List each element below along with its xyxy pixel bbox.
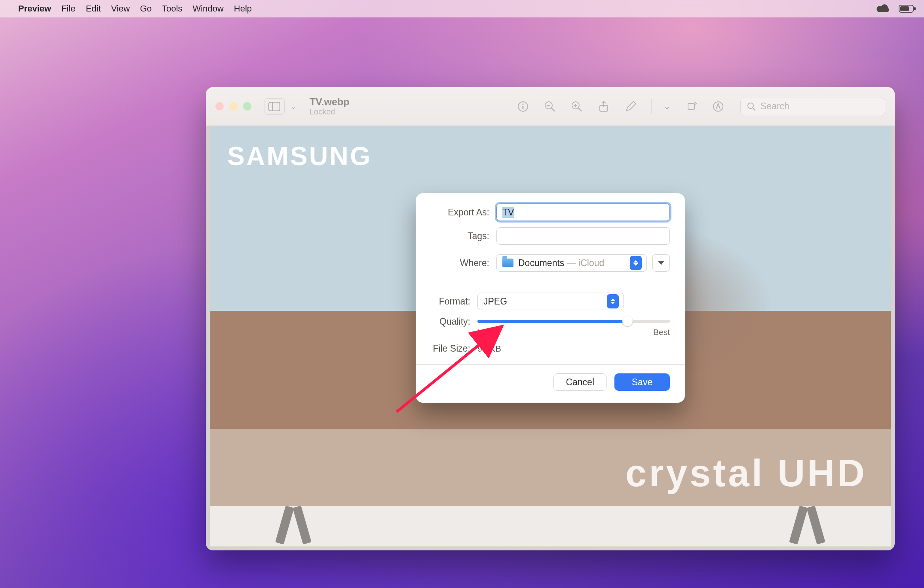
svg-point-6 — [522, 103, 524, 105]
format-label: Format: — [431, 296, 470, 307]
chevron-down-icon[interactable]: ⌄ — [290, 102, 296, 111]
tags-input[interactable] — [496, 227, 670, 245]
svg-rect-2 — [914, 7, 916, 10]
export-sheet: Export As: Tags: Where: Documents — iClo… — [416, 193, 685, 403]
image-brand-text: SAMSUNG — [227, 141, 372, 171]
window-title-block: TV.webp Locked — [310, 96, 350, 117]
svg-line-12 — [578, 108, 582, 111]
search-icon — [747, 102, 756, 111]
filesize-label: File Size: — [431, 343, 470, 354]
search-placeholder: Search — [760, 101, 789, 112]
format-select[interactable]: JPEG — [477, 293, 624, 310]
svg-line-20 — [753, 108, 755, 110]
tv-leg-left — [276, 506, 310, 544]
toolbar-icons: ⌄ — [517, 99, 724, 114]
export-as-label: Export As: — [431, 207, 489, 218]
battery-status-icon[interactable] — [899, 4, 916, 13]
tv-leg-right — [790, 506, 824, 544]
minimize-button[interactable] — [229, 102, 238, 110]
menu-file[interactable]: File — [61, 4, 75, 14]
zoom-out-icon[interactable] — [544, 100, 556, 113]
svg-point-19 — [748, 103, 753, 108]
menu-tools[interactable]: Tools — [162, 4, 182, 14]
menu-help[interactable]: Help — [234, 4, 252, 14]
markup-icon[interactable] — [624, 100, 637, 113]
cancel-button[interactable]: Cancel — [553, 373, 606, 391]
select-stepper-icon — [607, 294, 619, 308]
slider-thumb[interactable] — [622, 316, 633, 326]
search-field[interactable]: Search — [740, 97, 885, 116]
highlight-icon[interactable] — [712, 100, 724, 113]
info-icon[interactable] — [517, 100, 529, 113]
quality-slider[interactable] — [477, 316, 670, 326]
window-title: TV.webp — [310, 96, 350, 108]
svg-rect-1 — [900, 6, 909, 11]
preview-window: ⌄ TV.webp Locked ⌄ Search SAMSUNG crysta… — [206, 87, 895, 550]
svg-rect-7 — [523, 106, 524, 109]
close-button[interactable] — [215, 102, 224, 110]
format-value: JPEG — [483, 296, 602, 307]
svg-rect-17 — [688, 103, 694, 110]
export-as-input[interactable] — [496, 204, 670, 221]
zoom-in-icon[interactable] — [570, 100, 583, 113]
window-controls — [215, 102, 251, 110]
window-titlebar: ⌄ TV.webp Locked ⌄ Search — [206, 87, 895, 126]
tags-label: Tags: — [431, 231, 489, 242]
where-value: Documents — iCloud — [518, 258, 625, 268]
menu-bar: Preview File Edit View Go Tools Window H… — [0, 0, 924, 17]
toolbar-separator — [651, 99, 652, 114]
svg-rect-3 — [269, 102, 280, 111]
save-button[interactable]: Save — [614, 373, 670, 391]
svg-line-9 — [551, 108, 555, 111]
where-label: Where: — [431, 258, 489, 268]
app-menu[interactable]: Preview — [18, 4, 51, 14]
fullscreen-button[interactable] — [243, 102, 251, 110]
window-subtitle: Locked — [310, 107, 350, 116]
menu-view[interactable]: View — [111, 4, 130, 14]
image-bottom-strip — [210, 506, 891, 546]
menu-window[interactable]: Window — [193, 4, 224, 14]
sidebar-toggle-button[interactable] — [264, 98, 285, 115]
folder-icon — [502, 259, 513, 267]
quality-min-label: Least — [477, 327, 498, 337]
expand-save-panel-button[interactable] — [652, 254, 670, 272]
filesize-value: 94 KB — [477, 344, 501, 354]
cloud-status-icon[interactable] — [876, 4, 890, 13]
menu-edit[interactable]: Edit — [86, 4, 101, 14]
where-select[interactable]: Documents — iCloud — [496, 254, 647, 272]
share-icon[interactable] — [597, 100, 610, 113]
rotate-icon[interactable] — [685, 100, 698, 113]
select-stepper-icon — [630, 256, 642, 270]
quality-max-label: Best — [653, 327, 670, 337]
image-tagline-text: crystal UHD — [626, 451, 867, 495]
chevron-down-icon[interactable]: ⌄ — [664, 101, 671, 112]
menu-go[interactable]: Go — [140, 4, 152, 14]
quality-label: Quality: — [431, 316, 470, 327]
